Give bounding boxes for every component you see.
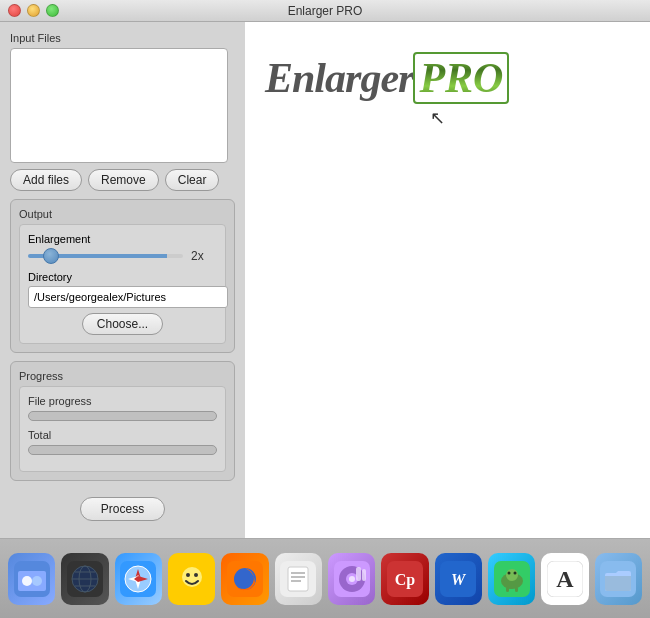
logo-enlarger-text: Enlarger bbox=[265, 54, 413, 102]
clear-button[interactable]: Clear bbox=[165, 169, 220, 191]
directory-input[interactable] bbox=[28, 286, 228, 308]
svg-rect-33 bbox=[362, 569, 366, 581]
svg-point-2 bbox=[22, 576, 32, 586]
window-title: Enlarger PRO bbox=[288, 4, 363, 18]
title-bar: Enlarger PRO bbox=[0, 0, 650, 22]
svg-point-31 bbox=[349, 576, 355, 582]
dock-pages-icon[interactable] bbox=[275, 553, 322, 605]
process-button[interactable]: Process bbox=[80, 497, 165, 521]
maximize-button[interactable] bbox=[46, 4, 59, 17]
dock-font-book-icon[interactable]: A bbox=[541, 553, 588, 605]
dock: Cp W A bbox=[0, 538, 650, 618]
dock-safari-icon[interactable] bbox=[115, 553, 162, 605]
right-panel: Enlarger PRO ↖ bbox=[245, 22, 650, 538]
output-inner: Enlargement 2x Directory Choose... bbox=[19, 224, 226, 344]
svg-point-22 bbox=[234, 568, 256, 590]
progress-section: Progress File progress Total bbox=[10, 361, 235, 481]
cursor-icon: ↖ bbox=[430, 107, 445, 129]
svg-point-20 bbox=[194, 573, 198, 577]
left-panel: Input Files Add files Remove Clear Outpu… bbox=[0, 22, 245, 538]
svg-text:Cp: Cp bbox=[395, 571, 416, 589]
svg-point-41 bbox=[507, 571, 510, 574]
close-button[interactable] bbox=[8, 4, 21, 17]
process-button-container: Process bbox=[10, 497, 235, 521]
main-content: Input Files Add files Remove Clear Outpu… bbox=[0, 22, 650, 538]
enlargement-value: 2x bbox=[191, 249, 204, 263]
svg-rect-32 bbox=[356, 567, 361, 581]
choose-button[interactable]: Choose... bbox=[82, 313, 163, 335]
svg-point-40 bbox=[506, 569, 518, 581]
dock-adium-icon[interactable] bbox=[168, 553, 215, 605]
dock-word-icon[interactable]: W bbox=[435, 553, 482, 605]
dock-itunes-icon[interactable] bbox=[328, 553, 375, 605]
svg-rect-44 bbox=[515, 587, 518, 592]
file-list bbox=[10, 48, 228, 163]
enlargement-label: Enlargement bbox=[28, 233, 217, 245]
svg-point-3 bbox=[32, 576, 42, 586]
svg-text:A: A bbox=[556, 566, 574, 592]
output-section: Output Enlargement 2x Directory Choose..… bbox=[10, 199, 235, 353]
total-label: Total bbox=[28, 429, 217, 441]
output-label: Output bbox=[19, 208, 226, 220]
dock-finder-icon[interactable] bbox=[8, 553, 55, 605]
traffic-lights bbox=[8, 4, 59, 17]
file-progress-label: File progress bbox=[28, 395, 217, 407]
svg-rect-24 bbox=[288, 567, 308, 591]
dock-world-icon[interactable] bbox=[61, 553, 108, 605]
logo-area: Enlarger PRO bbox=[265, 52, 509, 104]
svg-text:W: W bbox=[451, 571, 467, 588]
directory-label: Directory bbox=[28, 271, 217, 283]
dock-firefox-icon[interactable] bbox=[221, 553, 268, 605]
total-progress-bar bbox=[28, 445, 217, 455]
progress-inner: File progress Total bbox=[19, 386, 226, 472]
dock-skype-icon[interactable] bbox=[488, 553, 535, 605]
dock-creative-suite-icon[interactable]: Cp bbox=[381, 553, 428, 605]
add-files-button[interactable]: Add files bbox=[10, 169, 82, 191]
minimize-button[interactable] bbox=[27, 4, 40, 17]
remove-button[interactable]: Remove bbox=[88, 169, 159, 191]
svg-rect-43 bbox=[506, 587, 509, 592]
input-files-section: Input Files Add files Remove Clear bbox=[10, 32, 235, 191]
file-progress-bar bbox=[28, 411, 217, 421]
enlargement-slider-row: 2x bbox=[28, 249, 217, 263]
dock-folder-icon[interactable] bbox=[595, 553, 642, 605]
progress-label: Progress bbox=[19, 370, 226, 382]
input-file-buttons: Add files Remove Clear bbox=[10, 169, 235, 191]
enlargement-slider[interactable] bbox=[28, 254, 183, 258]
logo-pro-text: PRO bbox=[413, 52, 509, 104]
input-files-label: Input Files bbox=[10, 32, 235, 44]
svg-point-42 bbox=[513, 571, 516, 574]
svg-point-19 bbox=[186, 573, 190, 577]
